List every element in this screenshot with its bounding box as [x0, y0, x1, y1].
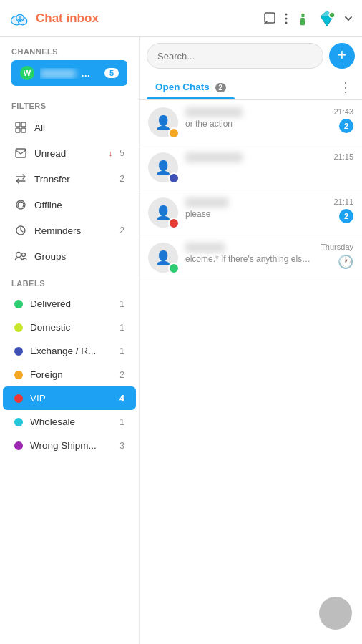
avatar: 👤 — [148, 243, 178, 273]
label-item-foreign[interactable]: Foreign 2 — [3, 363, 136, 386]
filter-item-reminders[interactable]: Reminders 2 — [3, 218, 136, 243]
chat-body: please — [185, 197, 326, 219]
offline-icon — [14, 198, 27, 211]
chat-body: or the action — [185, 107, 326, 129]
label-item-wholesale[interactable]: Wholesale 1 — [3, 410, 136, 434]
label-text-foreign: Foreign — [30, 369, 112, 380]
filter-label-transfer: Transfer — [34, 174, 112, 185]
filter-item-groups[interactable]: Groups — [3, 243, 136, 269]
app-title: Chat inbox — [36, 11, 99, 26]
label-text-wholesale: Wholesale — [30, 416, 112, 427]
search-bar-row: + — [140, 37, 362, 74]
svg-point-12 — [329, 12, 335, 18]
chat-item[interactable]: 👤 elcome.* If there's anything else I ca… — [140, 235, 362, 280]
label-text-exchange: Exchange / R... — [30, 346, 112, 356]
channels-section-title: CHANNELS — [0, 37, 139, 60]
label-icon — [168, 172, 180, 184]
avatar: 👤 — [148, 197, 178, 228]
label-text-delivered: Delivered — [30, 298, 112, 309]
chat-time: Thursday — [321, 243, 353, 251]
label-dot-wholesale — [14, 418, 23, 426]
filter-count-reminders: 2 — [119, 225, 124, 235]
svg-rect-17 — [16, 149, 26, 157]
label-dot-domestic — [14, 323, 23, 332]
chat-item[interactable]: 👤 21:15 — [140, 145, 362, 190]
label-item-domestic[interactable]: Domestic 1 — [3, 316, 136, 339]
channel-name: WP Line — [40, 68, 99, 79]
tab-open-chats-badge: 2 — [215, 83, 227, 92]
right-panel: + Open Chats 2 ⋮ 👤 — [140, 37, 362, 644]
add-button[interactable]: + — [329, 43, 355, 69]
diamond-icon[interactable] — [318, 9, 336, 28]
label-dot-exchange — [14, 347, 23, 356]
sidebar: CHANNELS W WP Line 5 FILTERS — [0, 37, 140, 644]
chat-name-row — [185, 107, 326, 117]
label-count-foreign: 2 — [119, 370, 124, 380]
filter-item-offline[interactable]: Offline — [3, 192, 136, 218]
cloud-icon — [9, 11, 31, 26]
label-icon — [168, 218, 180, 229]
chat-item[interactable]: 👤 or the action 21:43 2 — [140, 100, 362, 145]
search-input[interactable] — [147, 43, 323, 69]
filter-label-reminders: Reminders — [34, 225, 112, 236]
filter-count-unread: 5 — [119, 148, 124, 158]
tabs-more-icon[interactable]: ⋮ — [336, 77, 355, 98]
label-item-exchange[interactable]: Exchange / R... 1 — [3, 339, 136, 363]
avatar-emoji: 👤 — [155, 114, 171, 130]
chat-preview: or the action — [185, 119, 326, 129]
label-dot-wrongshipm — [14, 441, 23, 450]
avatar: 👤 — [148, 152, 178, 182]
chat-time: 21:43 — [333, 107, 353, 116]
label-item-wrongshipm[interactable]: Wrong Shipm... 3 — [3, 434, 136, 457]
plug-icon[interactable] — [295, 11, 310, 26]
label-dot-foreign — [14, 371, 23, 379]
app-header: Chat inbox — [0, 0, 362, 37]
channel-item-wpline[interactable]: W WP Line 5 — [11, 60, 127, 86]
mail-icon — [14, 147, 27, 160]
labels-section-title: LABELS — [0, 269, 139, 292]
chat-item[interactable]: 👤 please 21:11 2 — [140, 190, 362, 235]
plus-icon: + — [338, 47, 347, 63]
label-text-vip: VIP — [30, 393, 112, 404]
chat-meta: 21:11 2 — [333, 197, 353, 223]
groups-icon — [14, 250, 27, 263]
label-text-domestic: Domestic — [30, 322, 112, 333]
label-count-exchange: 1 — [119, 346, 124, 356]
compose-icon[interactable] — [263, 11, 278, 26]
filter-item-all[interactable]: All — [3, 114, 136, 140]
chevron-down-icon[interactable] — [343, 14, 353, 24]
chat-preview: please — [185, 209, 326, 219]
label-count-wholesale: 1 — [119, 417, 124, 427]
svg-point-20 — [16, 253, 21, 258]
chat-name-row — [185, 243, 313, 253]
chat-body: elcome.* If there's anything else I ca..… — [185, 243, 313, 264]
svg-rect-14 — [21, 122, 26, 127]
more-icon[interactable] — [285, 12, 288, 25]
chat-name-blurred — [185, 107, 243, 117]
header-icons — [263, 9, 353, 28]
avatar-emoji: 👤 — [155, 160, 171, 175]
label-count-delivered: 1 — [119, 299, 124, 309]
chat-meta: 21:15 — [333, 152, 353, 161]
clock-icon: 🕐 — [338, 254, 353, 270]
label-item-delivered[interactable]: Delivered 1 — [3, 292, 136, 316]
filter-label-groups: Groups — [34, 251, 124, 262]
filter-item-unread[interactable]: Unread ↓ 5 — [3, 140, 136, 166]
chat-meta: 21:43 2 — [333, 107, 353, 133]
label-item-vip[interactable]: VIP 4 — [3, 386, 136, 410]
avatar-emoji: 👤 — [155, 250, 171, 265]
chat-time: 21:15 — [333, 152, 353, 161]
label-icon — [168, 263, 180, 274]
filter-label-offline: Offline — [34, 200, 124, 210]
filter-item-transfer[interactable]: Transfer 2 — [3, 166, 136, 192]
tab-open-chats[interactable]: Open Chats 2 — [147, 74, 235, 99]
chat-list: 👤 or the action 21:43 2 👤 — [140, 100, 362, 644]
main-layout: CHANNELS W WP Line 5 FILTERS — [0, 37, 362, 644]
chat-name-row — [185, 152, 326, 162]
unread-arrow-icon: ↓ — [109, 149, 113, 157]
label-count-domestic: 1 — [119, 323, 124, 333]
chat-body — [185, 152, 326, 164]
svg-rect-16 — [21, 128, 26, 132]
label-count-wrongshipm: 3 — [119, 441, 124, 451]
svg-rect-15 — [16, 128, 20, 132]
